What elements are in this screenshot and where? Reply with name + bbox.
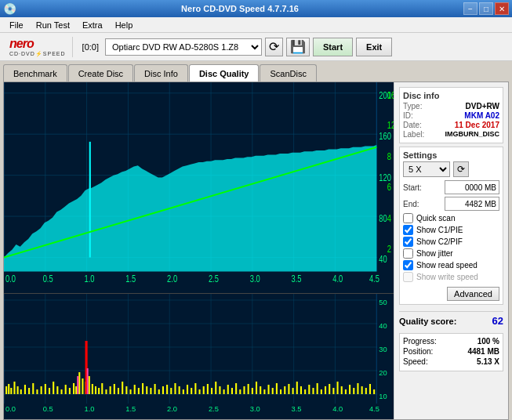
svg-rect-78 xyxy=(89,376,90,394)
exit-button[interactable]: Exit xyxy=(356,38,392,56)
svg-text:1.0: 1.0 xyxy=(85,405,95,413)
close-button[interactable]: ✕ xyxy=(495,2,509,15)
svg-rect-130 xyxy=(296,382,298,394)
disc-id-row: ID: MKM A02 xyxy=(403,111,499,120)
disc-type-row: Type: DVD+RW xyxy=(403,102,499,110)
svg-rect-143 xyxy=(349,385,350,394)
app-icon: 💿 xyxy=(3,2,16,15)
menu-help[interactable]: Help xyxy=(109,19,140,31)
tab-benchmark[interactable]: Benchmark xyxy=(3,64,67,81)
svg-rect-97 xyxy=(162,386,164,394)
progress-row: Progress: 100 % xyxy=(403,337,499,346)
svg-text:16: 16 xyxy=(387,89,394,100)
menu-run-test[interactable]: Run Test xyxy=(30,19,76,31)
tab-create-disc[interactable]: Create Disc xyxy=(68,64,133,81)
svg-rect-73 xyxy=(73,383,74,394)
show-read-speed-label: Show read speed xyxy=(416,261,478,270)
svg-rect-108 xyxy=(207,384,209,394)
svg-rect-124 xyxy=(272,388,274,394)
svg-rect-107 xyxy=(203,386,205,394)
sidebar: Disc info Type: DVD+RW ID: MKM A02 Date:… xyxy=(394,82,508,419)
speed-label: Speed: xyxy=(403,357,428,366)
show-jitter-checkbox[interactable] xyxy=(403,248,413,259)
show-c2-pif-label: Show C2/PIF xyxy=(416,237,463,246)
svg-rect-58 xyxy=(13,382,15,394)
svg-rect-139 xyxy=(332,388,334,394)
maximize-button[interactable]: □ xyxy=(479,2,493,15)
svg-rect-117 xyxy=(243,386,245,394)
svg-text:4: 4 xyxy=(387,213,391,224)
settings-section: Settings 5 X 4 X 8 X ⟳ Start: End: xyxy=(399,147,503,305)
svg-text:8: 8 xyxy=(387,151,391,162)
svg-rect-74 xyxy=(75,386,77,394)
quick-scan-checkbox[interactable] xyxy=(403,213,413,223)
svg-rect-146 xyxy=(361,386,363,394)
quick-scan-row: Quick scan xyxy=(403,213,499,223)
svg-text:4.0: 4.0 xyxy=(332,405,343,413)
speed-row: 5 X 4 X 8 X ⟳ xyxy=(403,161,499,177)
start-field[interactable] xyxy=(445,180,499,194)
disc-id-value: MKM A02 xyxy=(464,111,499,120)
svg-rect-69 xyxy=(56,386,58,394)
speed-row-prog: Speed: 5.13 X xyxy=(403,357,499,366)
svg-text:3.5: 3.5 xyxy=(292,405,302,413)
main-content: 200 160 120 80 40 16 12 8 6 4 2 0.0 0.5 … xyxy=(3,81,509,420)
title-bar: 💿 Nero CD-DVD Speed 4.7.7.16 − □ ✕ xyxy=(0,0,512,17)
svg-text:10: 10 xyxy=(379,393,387,400)
refresh-button[interactable]: ⟳ xyxy=(265,38,283,56)
svg-rect-96 xyxy=(158,389,160,394)
svg-rect-80 xyxy=(95,386,96,394)
progress-section: Progress: 100 % Position: 4481 MB Speed:… xyxy=(399,333,503,371)
disc-date-label: Date: xyxy=(403,121,422,129)
svg-rect-62 xyxy=(28,388,30,394)
drive-select[interactable]: Optiarc DVD RW AD-5280S 1.Z8 xyxy=(105,38,262,56)
start-button[interactable]: Start xyxy=(313,38,353,56)
svg-rect-76 xyxy=(82,378,83,394)
svg-text:2.5: 2.5 xyxy=(209,273,219,284)
disc-label-label: Label: xyxy=(403,130,424,139)
svg-rect-72 xyxy=(69,388,71,394)
menu-file[interactable]: File xyxy=(3,19,30,31)
tab-disc-info[interactable]: Disc Info xyxy=(134,64,188,81)
svg-rect-64 xyxy=(36,389,38,394)
svg-text:30: 30 xyxy=(379,346,387,353)
svg-rect-151 xyxy=(77,376,78,394)
svg-text:2.5: 2.5 xyxy=(209,405,219,413)
disc-type-value: DVD+RW xyxy=(466,102,499,110)
tab-disc-quality[interactable]: Disc Quality xyxy=(189,64,260,81)
save-button[interactable]: 💾 xyxy=(286,38,310,56)
show-write-speed-checkbox[interactable] xyxy=(403,272,413,282)
show-jitter-label: Show jitter xyxy=(416,249,453,258)
toolbar: nero CD·DVD⚡SPEED [0:0] Optiarc DVD RW A… xyxy=(0,33,512,61)
svg-rect-127 xyxy=(284,386,285,394)
show-c1-pie-checkbox[interactable] xyxy=(403,225,413,235)
tab-scan-disc[interactable]: ScanDisc xyxy=(260,64,316,81)
show-c1-pie-row: Show C1/PIE xyxy=(403,225,499,235)
svg-text:4.0: 4.0 xyxy=(332,273,343,284)
svg-text:0.5: 0.5 xyxy=(43,405,53,413)
chart-top: 200 160 120 80 40 16 12 8 6 4 2 0.0 0.5 … xyxy=(4,82,394,294)
svg-rect-101 xyxy=(179,386,180,394)
svg-rect-94 xyxy=(150,388,151,394)
show-c2-pif-checkbox[interactable] xyxy=(403,237,413,247)
quality-score-row: Quality score: 62 xyxy=(399,311,503,327)
show-read-speed-checkbox[interactable] xyxy=(403,260,413,270)
disc-info-title: Disc info xyxy=(403,91,499,100)
menu-extra[interactable]: Extra xyxy=(76,19,109,31)
progress-value: 100 % xyxy=(478,337,499,346)
speed-refresh-button[interactable]: ⟳ xyxy=(453,161,469,177)
minimize-button[interactable]: − xyxy=(463,2,478,15)
nero-subtitle: CD·DVD⚡SPEED xyxy=(9,51,66,57)
end-field[interactable] xyxy=(445,197,499,211)
speed-select[interactable]: 5 X 4 X 8 X xyxy=(403,161,450,177)
svg-rect-122 xyxy=(263,389,265,394)
svg-rect-102 xyxy=(183,389,184,394)
svg-text:2.0: 2.0 xyxy=(167,273,177,284)
advanced-button[interactable]: Advanced xyxy=(447,287,499,301)
svg-rect-92 xyxy=(142,383,143,394)
start-label: Start: xyxy=(403,183,422,192)
quality-score-value: 62 xyxy=(492,315,503,327)
svg-rect-67 xyxy=(49,388,50,394)
bottom-chart-svg: 50 40 30 20 10 0.0 0.5 1.0 1.5 2.0 2.5 3… xyxy=(4,294,394,419)
show-write-speed-label: Show write speed xyxy=(416,273,478,281)
